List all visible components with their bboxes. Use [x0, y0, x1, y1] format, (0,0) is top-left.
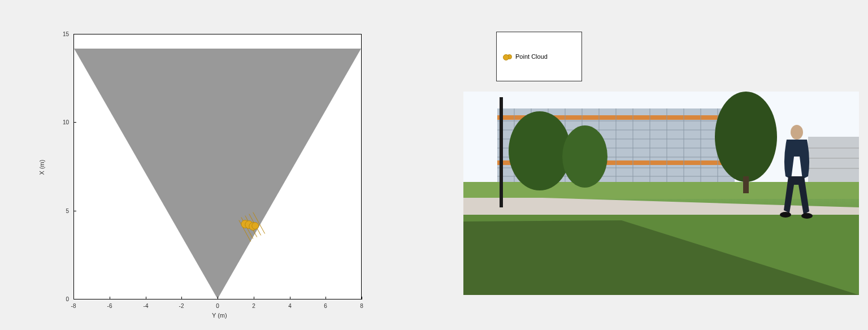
xtick-n8: -8 [68, 303, 79, 309]
xtick-n6: -6 [104, 303, 115, 309]
ytick-5: 5 [57, 208, 69, 214]
svg-point-43 [562, 125, 607, 188]
svg-point-42 [509, 111, 571, 190]
ytick-0: 0 [57, 296, 69, 302]
legend: Point Cloud [496, 32, 582, 81]
ytick-10: 10 [57, 119, 69, 125]
svg-point-44 [715, 92, 777, 182]
camera-view [463, 92, 859, 295]
plot-svg [74, 34, 361, 299]
xtick-0: 0 [212, 303, 223, 309]
svg-point-48 [780, 212, 791, 218]
svg-point-49 [801, 213, 813, 219]
xtick-6: 6 [320, 303, 331, 309]
xtick-2: 2 [248, 303, 259, 309]
xtick-n4: -4 [140, 303, 151, 309]
svg-rect-46 [500, 97, 503, 207]
xtick-4: 4 [284, 303, 296, 309]
fov-cone [74, 49, 361, 299]
y-axis-label: X (m) [38, 160, 45, 175]
svg-point-8 [252, 223, 259, 229]
ytick-15: 15 [57, 31, 69, 37]
camera-scene [463, 92, 859, 295]
svg-point-47 [791, 125, 803, 140]
legend-marker-icon [507, 54, 512, 59]
xtick-n2: -2 [176, 303, 187, 309]
x-axis-label: Y (m) [212, 312, 227, 319]
xtick-8: 8 [356, 303, 367, 309]
svg-rect-33 [808, 137, 859, 182]
legend-label: Point Cloud [515, 53, 548, 60]
svg-rect-45 [743, 176, 749, 193]
point-cloud-plot [73, 34, 362, 299]
